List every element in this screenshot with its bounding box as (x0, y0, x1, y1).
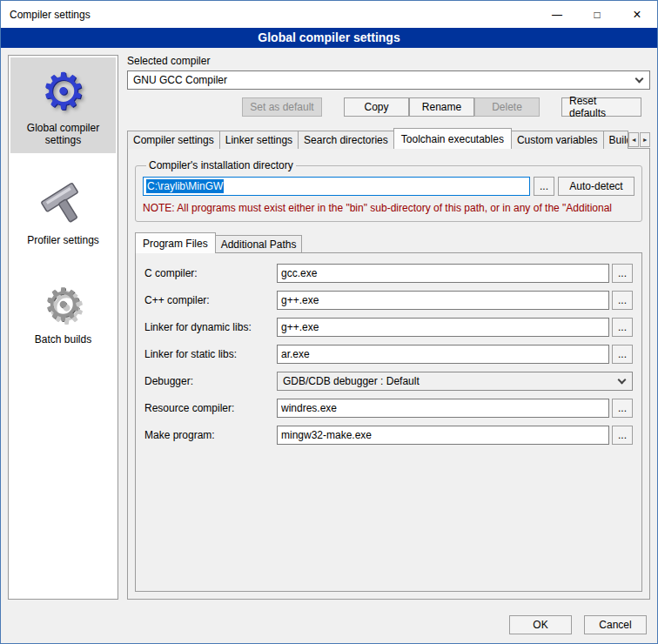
install-dir-value: C:\raylib\MinGW (146, 179, 224, 193)
selected-compiler-label: Selected compiler (127, 55, 650, 67)
field-row-make-program: Make program: ... (144, 426, 633, 445)
delete-button[interactable]: Delete (474, 97, 540, 117)
make-program-browse-button[interactable]: ... (612, 426, 633, 445)
close-button[interactable]: × (617, 1, 657, 28)
debugger-select[interactable]: GDB/CDB debugger : Default (277, 372, 633, 391)
tab-linker-settings[interactable]: Linker settings (219, 131, 299, 149)
window-controls: — □ × (537, 1, 657, 28)
dialog-header: Global compiler settings (1, 28, 657, 48)
sidebar-item-batch-builds[interactable]: ⚙ Batch builds (10, 272, 116, 352)
tab-build-options[interactable]: Build (603, 131, 629, 149)
program-files-tab-strip: Program Files Additional Paths (135, 232, 642, 253)
main-panel: Selected compiler GNU GCC Compiler Set a… (127, 55, 650, 600)
sidebar-item-profiler-settings[interactable]: Profiler settings (10, 172, 116, 253)
install-dir-browse-button[interactable]: ... (534, 177, 554, 196)
title-bar: Compiler settings — □ × (1, 1, 657, 28)
cpp-compiler-label: C++ compiler: (144, 294, 277, 306)
toolchain-executables-panel: Compiler's installation directory C:\ray… (127, 148, 650, 600)
tab-additional-paths[interactable]: Additional Paths (215, 235, 303, 253)
dialog-body: ⚙ Global compiler settings Profiler sett… (1, 48, 657, 607)
field-row-debugger: Debugger: GDB/CDB debugger : Default (144, 372, 633, 391)
cpp-compiler-input[interactable] (277, 291, 609, 310)
selected-compiler-value: GNU GCC Compiler (133, 74, 636, 86)
settings-tab-strip: Compiler settings Linker settings Search… (127, 128, 650, 149)
batch-gear-icon: ⚙ (43, 279, 84, 330)
set-as-default-button[interactable]: Set as default (242, 97, 322, 117)
sidebar-item-label: Profiler settings (27, 234, 99, 246)
program-files-panel: C compiler: ... C++ compiler: ... Linker… (135, 252, 642, 592)
make-program-label: Make program: (144, 429, 277, 441)
auto-detect-button[interactable]: Auto-detect (558, 177, 634, 196)
field-row-linker-dynamic: Linker for dynamic libs: ... (144, 318, 633, 337)
compiler-actions: Set as default Copy Rename Delete Reset … (127, 97, 641, 117)
debugger-value: GDB/CDB debugger : Default (283, 375, 619, 387)
tab-compiler-settings[interactable]: Compiler settings (127, 131, 220, 149)
selected-compiler-dropdown[interactable]: GNU GCC Compiler (127, 70, 650, 90)
tab-program-files[interactable]: Program Files (135, 232, 216, 253)
field-row-linker-static: Linker for static libs: ... (144, 345, 633, 364)
sidebar-item-label: Global compiler settings (13, 122, 113, 146)
window-title: Compiler settings (1, 9, 537, 21)
resource-compiler-label: Resource compiler: (144, 402, 277, 414)
resource-compiler-input[interactable] (277, 399, 609, 418)
debugger-label: Debugger: (144, 375, 277, 387)
cancel-button[interactable]: Cancel (584, 615, 647, 634)
c-compiler-browse-button[interactable]: ... (612, 264, 633, 283)
resource-compiler-browse-button[interactable]: ... (612, 399, 633, 418)
tab-toolchain-executables[interactable]: Toolchain executables (393, 128, 512, 149)
compiler-gear-icon: ⚙ (41, 64, 86, 118)
sidebar-item-global-compiler-settings[interactable]: ⚙ Global compiler settings (10, 57, 116, 153)
installation-directory-row: C:\raylib\MinGW ... Auto-detect (143, 177, 634, 196)
settings-category-list: ⚙ Global compiler settings Profiler sett… (8, 55, 118, 600)
c-compiler-label: C compiler: (144, 267, 277, 279)
linker-static-label: Linker for static libs: (144, 348, 277, 360)
dialog-footer: OK Cancel (1, 607, 657, 643)
maximize-button[interactable]: □ (577, 1, 617, 28)
copy-button[interactable]: Copy (344, 97, 409, 117)
sidebar-item-label: Batch builds (35, 333, 91, 345)
cpp-compiler-browse-button[interactable]: ... (612, 291, 633, 310)
chevron-down-icon (618, 376, 627, 385)
bin-subdirectory-note: NOTE: All programs must exist either in … (143, 202, 634, 214)
installation-directory-group: Compiler's installation directory C:\ray… (135, 159, 642, 222)
linker-dynamic-label: Linker for dynamic libs: (144, 321, 277, 333)
tab-custom-variables[interactable]: Custom variables (511, 131, 604, 149)
field-row-resource-compiler: Resource compiler: ... (144, 399, 633, 418)
linker-dynamic-browse-button[interactable]: ... (612, 318, 633, 337)
installation-directory-group-title: Compiler's installation directory (146, 159, 296, 171)
install-dir-input[interactable]: C:\raylib\MinGW (143, 177, 530, 196)
make-program-input[interactable] (277, 426, 609, 445)
chevron-down-icon (635, 75, 644, 84)
linker-static-input[interactable] (277, 345, 609, 364)
tab-scroll-left-icon[interactable]: ◄ (628, 132, 639, 147)
tab-scroll-right-icon[interactable]: ► (640, 132, 650, 147)
linker-dynamic-input[interactable] (277, 318, 609, 337)
tab-search-directories[interactable]: Search directories (298, 131, 394, 149)
ok-button[interactable]: OK (509, 615, 572, 634)
rename-button[interactable]: Rename (409, 97, 474, 117)
linker-static-browse-button[interactable]: ... (612, 345, 633, 364)
c-compiler-input[interactable] (277, 264, 609, 283)
compiler-settings-window: Compiler settings — □ × Global compiler … (0, 0, 658, 644)
profiler-tool-icon (39, 179, 88, 231)
reset-defaults-button[interactable]: Reset defaults (561, 97, 641, 117)
field-row-cpp-compiler: C++ compiler: ... (144, 291, 633, 310)
minimize-button[interactable]: — (537, 1, 577, 28)
field-row-c-compiler: C compiler: ... (144, 264, 633, 283)
